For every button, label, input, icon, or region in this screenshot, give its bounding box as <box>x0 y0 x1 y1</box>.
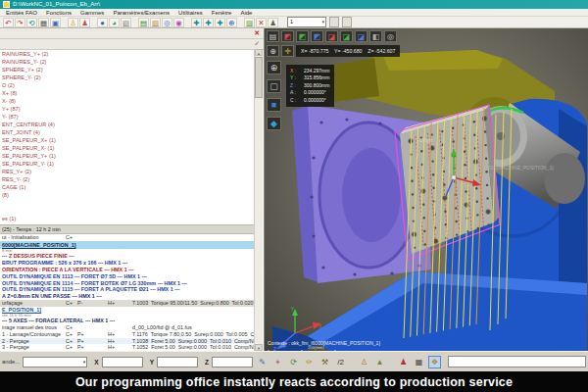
view-orientation-icon[interactable]: ◎ <box>384 30 397 42</box>
workplan-row[interactable]: (25) - Temps : 12 h 2 min <box>0 224 256 234</box>
command-combo[interactable]: ▾ <box>23 357 87 368</box>
toolbar-icon[interactable]: ⟲ <box>26 18 37 27</box>
y-coordinate-input[interactable] <box>157 357 198 368</box>
view-orientation-icon[interactable]: ◩ <box>281 30 294 42</box>
status-tool-icon[interactable]: ❖ <box>428 356 441 368</box>
workplan-row[interactable]: urfaçage C+ P- H+ T.1003 Torique 95.00/1… <box>0 300 256 307</box>
feature-item[interactable]: ENT_CENTREUR (4) <box>0 121 264 128</box>
workplan-row[interactable]: --- 5 AXES --- FORAGE LATERAL --- HMX 1 … <box>0 318 256 324</box>
toolbar-icon[interactable]: ♟ <box>268 18 278 27</box>
feature-item[interactable]: X+ (8) <box>0 89 264 97</box>
feature-item[interactable]: CAGE (1) <box>0 183 264 191</box>
feature-item[interactable]: SE_PALPEUR_Y- (1) <box>0 160 264 168</box>
view-orientation-icon[interactable]: ▤ <box>267 30 279 42</box>
workplan-row[interactable]: 2 - Perçage C+ P+ H+ T.1038 Foret 5.00 S… <box>0 338 256 345</box>
menu-item[interactable]: Aide <box>240 9 252 16</box>
workplan-row[interactable]: BRUT PROGRAMME : 526 x 376 x 166 --- HMX… <box>0 260 256 267</box>
toolbar-icon[interactable]: ✚ <box>203 18 214 27</box>
status-tool-icon[interactable]: ▲ <box>373 356 386 368</box>
toolbar-icon[interactable]: ✚ <box>191 18 202 27</box>
toolbar-icon[interactable]: ✕ <box>256 18 267 27</box>
workplan-row[interactable]: A Z=0.8mm EN UNE PASSE --- HMX 1 --- <box>0 293 256 300</box>
feature-item[interactable]: SE_PALPEUR_X+ (1) <box>0 136 264 144</box>
workplan-row[interactable]: inage manuel des trous C+ d_00_L00/ftd @… <box>0 324 256 331</box>
workplan-row[interactable]: OUTIL DYNAMIQUE EN 1113 --- FORET Ø7 5D … <box>0 273 256 280</box>
feature-item[interactable]: RAINURES_Y- (2) <box>0 58 264 66</box>
toolbar-icon[interactable]: ▨ <box>244 18 255 27</box>
feature-item[interactable]: X- (8) <box>0 97 264 105</box>
toolbar-icon[interactable]: ↶ <box>3 18 14 27</box>
workplan-row[interactable]: E_POSITION_1] <box>0 307 256 314</box>
status-tool-icon[interactable]: ⚒ <box>318 356 331 368</box>
view-orientation-icon[interactable]: ◩ <box>311 30 323 42</box>
toolbar-icon[interactable]: ✚ <box>215 18 225 27</box>
scroll-up-icon[interactable]: ▲ <box>255 49 263 56</box>
status-tool-icon[interactable]: /2 <box>334 356 347 368</box>
status-tool-icon[interactable]: ✎ <box>256 356 269 368</box>
x-coordinate-input[interactable] <box>102 357 143 368</box>
toolbar-icon[interactable]: ▤ <box>138 18 149 27</box>
status-tool-icon[interactable]: ⌖ <box>271 356 284 368</box>
scroll-down-icon[interactable]: ▼ <box>255 344 263 351</box>
viewport-3d[interactable]: Origin okk_fim_I6000[MACHINE_POSITION_1]… <box>265 28 588 351</box>
toolbar-icon[interactable]: ● <box>97 18 108 27</box>
workplan-row[interactable]: --- Z DESSUS PIECE FINIE --- <box>0 253 256 260</box>
status-tool-icon[interactable]: ▦ <box>413 356 425 368</box>
view-tool-icon[interactable]: ▢ <box>267 79 281 93</box>
toolbar-icon[interactable]: ⊕ <box>226 18 237 27</box>
menu-item[interactable]: Entités FAO <box>6 9 37 16</box>
view-tool-icon[interactable]: ■ <box>267 98 281 112</box>
status-tool-icon[interactable]: ♙ <box>358 356 370 368</box>
titlebar[interactable]: D:\WorkNC_01_Poincon_Eb_Arr\ <box>0 0 588 9</box>
feature-item[interactable]: SE_PALPEUR_Y+ (1) <box>0 152 264 160</box>
toolbar-icon[interactable]: ↷ <box>15 18 25 27</box>
toolbar-icon[interactable]: ◎ <box>162 18 172 27</box>
panel-header-row-2[interactable]: ✓ <box>0 39 264 50</box>
toolbar-icon[interactable]: ▣ <box>50 18 61 27</box>
menu-item[interactable]: Paramètres/Examens <box>113 9 170 16</box>
workplan-row[interactable]: 1 - Lamage/Contournage C+ P+ H+ T.1176 T… <box>0 331 256 338</box>
view-orientation-icon[interactable]: ◩ <box>296 30 309 42</box>
z-coordinate-input[interactable] <box>212 357 253 368</box>
scrollbar-vertical[interactable]: ▲ ▼ <box>254 49 263 351</box>
toolbar-icon[interactable]: ♟ <box>79 18 90 27</box>
toolbar-icon[interactable]: ▥ <box>150 18 161 27</box>
feature-item[interactable]: Y+ (87) <box>0 105 264 113</box>
menu-item[interactable]: Fonctions <box>46 9 72 16</box>
toolbar-icon[interactable]: ◕ <box>109 18 120 27</box>
feature-item-footer[interactable]: es (1) <box>0 215 264 222</box>
view-orientation-icon[interactable]: ◪ <box>340 30 353 42</box>
view-orientation-icon[interactable]: ◪ <box>325 30 338 42</box>
globe-icon[interactable]: ⊕ <box>267 45 279 57</box>
feature-item[interactable]: O (2) <box>0 81 264 89</box>
check-icon[interactable]: ✓ <box>254 40 260 48</box>
view-orientation-icon[interactable]: ◧ <box>369 30 382 42</box>
workplan-row[interactable]: ut - Initialisation C+ <box>0 234 256 241</box>
view-orientation-icon[interactable]: ◪ <box>355 30 368 42</box>
toolbar-small-button-2[interactable] <box>342 17 352 27</box>
workplan-row[interactable]: OUTIL DYNAMIQUE EN 1115 --- FORET A PLAQ… <box>0 286 256 293</box>
menu-item[interactable]: Fenêtre <box>212 9 232 16</box>
feature-item[interactable]: SPHERE_Y- (2) <box>0 74 264 81</box>
toolbar-icon[interactable]: ▧ <box>121 18 131 27</box>
feature-item[interactable]: ENT_JOINT (4) <box>0 128 264 136</box>
view-tool-icon[interactable]: ⊕ <box>267 61 281 74</box>
scrollbar-thumb[interactable] <box>255 57 263 98</box>
toolbar-small-button-1[interactable] <box>329 17 339 27</box>
status-tool-icon[interactable]: ♟ <box>397 356 410 368</box>
toolbar-icon[interactable]: ◉ <box>173 18 184 27</box>
workplan-row[interactable]: OUTIL DYNAMIQUE EN 1114 --- FORET BOTEK … <box>0 280 256 287</box>
toolbar-icon[interactable]: ♙ <box>68 18 78 27</box>
status-text-field[interactable] <box>448 356 586 368</box>
feature-item[interactable]: (8) <box>0 191 264 199</box>
status-tool-icon[interactable]: ✏ <box>303 356 316 368</box>
workplan-row[interactable]: ORIENTATION : PIECE A LA VERTICALE --- H… <box>0 267 256 273</box>
feature-item[interactable]: SE_PALPEUR_X- (1) <box>0 144 264 152</box>
menu-item[interactable]: Utilitaires <box>178 9 203 16</box>
workplan-row[interactable]: 6000[MACHINE_POSITION_1] <box>0 241 256 249</box>
close-icon[interactable]: ✕ <box>254 29 260 37</box>
axis-icon[interactable]: ✛ <box>281 45 294 57</box>
view-tool-icon[interactable]: ◆ <box>267 117 281 130</box>
feature-item[interactable]: RES_Y- (2) <box>0 175 264 183</box>
feature-item[interactable]: RAINURES_Y+ (2) <box>0 50 264 58</box>
